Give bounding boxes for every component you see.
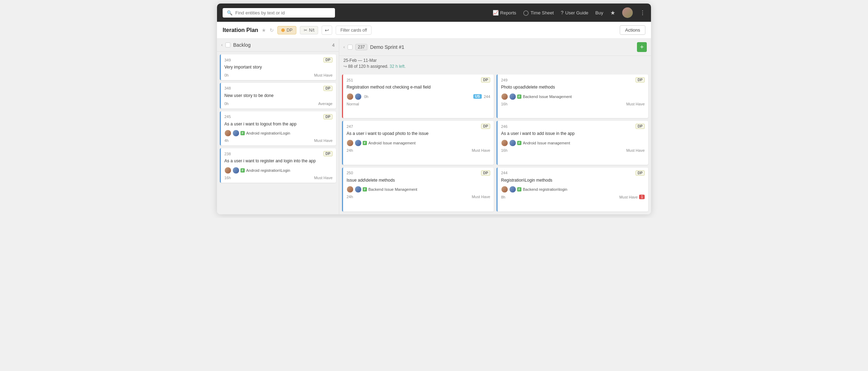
filter-nt-button[interactable]: ✂ N/t	[300, 26, 318, 34]
card-title: Issue add\delete methods	[347, 177, 490, 183]
card-249[interactable]: 249 DP Photo upoad\delete methods F Back…	[497, 74, 648, 118]
card-title: Photo upoad\delete methods	[501, 84, 645, 90]
card-hours: 8h	[501, 195, 505, 199]
star-icon[interactable]: ★	[262, 27, 266, 33]
card-id: 245	[224, 115, 231, 119]
backlog-cards: 349 DP Very important story 0h Must Have…	[217, 52, 339, 214]
card-id: 250	[347, 171, 353, 175]
card-priority: Must Have	[619, 195, 638, 199]
card-badge: DP	[323, 57, 333, 63]
search-icon: 🔍	[227, 10, 232, 15]
mini-avatar	[347, 139, 354, 147]
feature-tag: F Android registration\Login	[241, 131, 290, 135]
nav-reports[interactable]: 📈 Reports	[493, 10, 517, 15]
backlog-header: ‹ Backlog 4	[217, 39, 339, 52]
card-id: 251	[347, 78, 353, 82]
card-hours: 4h	[224, 138, 229, 143]
card-245[interactable]: 245 DP As a user i want to logout from t…	[220, 111, 336, 146]
filter-dp-button[interactable]: DP	[277, 26, 296, 34]
card-349[interactable]: 349 DP Very important story 0h Must Have	[220, 54, 336, 80]
card-badge: DP	[636, 124, 645, 129]
card-id: 238	[224, 152, 231, 156]
card-priority: Must Have	[314, 138, 333, 143]
search-bar[interactable]: 🔍	[223, 8, 335, 18]
feature-dot: F	[241, 168, 245, 173]
nav-userguide[interactable]: ? User Guide	[561, 10, 588, 15]
feature-tag: F Android Issue management	[363, 141, 416, 145]
card-priority: Must Have	[314, 73, 333, 77]
mini-avatar	[355, 139, 362, 147]
card-priority: Average	[318, 102, 333, 106]
add-sprint-button[interactable]: +	[637, 42, 647, 52]
main-content: ‹ Backlog 4 349 DP Very important story …	[217, 39, 651, 214]
card-badge: DP	[636, 77, 645, 83]
card-246[interactable]: 246 DP As a user i want to add issue in …	[497, 121, 648, 164]
backlog-checkbox[interactable]	[225, 43, 230, 47]
feature-tag: F Backend registration\login	[517, 187, 567, 191]
mini-avatar	[501, 186, 508, 193]
card-id: 349	[224, 58, 231, 62]
avatar-image	[622, 7, 633, 18]
card-badge: DP	[323, 86, 333, 91]
card-avatars: F Backend registration\login	[501, 186, 645, 193]
sprint-dates: 25-Feb — 11-Mar	[343, 58, 647, 63]
card-title: As a user i want to register and login i…	[224, 158, 333, 164]
refresh-icon[interactable]: ↻	[270, 27, 274, 33]
mini-avatar	[355, 186, 362, 193]
card-244[interactable]: 244 DP Registration\Login methods F Back…	[497, 168, 648, 211]
card-badge: DP	[636, 170, 645, 176]
card-hours: 24h	[347, 148, 353, 152]
sprint-column: ‹ 237 Demo Sprint #1 + 25-Feb — 11-Mar ↪…	[339, 39, 651, 214]
feature-label: Android registration\Login	[246, 131, 290, 135]
card-251[interactable]: 251 DP Registration method not checking …	[342, 74, 494, 118]
feature-dot: F	[363, 141, 367, 145]
sprint-info: 25-Feb — 11-Mar ↪ 88 of 120 h assigned. …	[339, 56, 651, 72]
card-238[interactable]: 238 DP As a user i want to register and …	[220, 148, 336, 183]
card-title: As a user i want to add issue in the app	[501, 131, 645, 137]
undo-button[interactable]: ↩	[322, 26, 332, 35]
sprint-collapse-arrow[interactable]: ‹	[343, 45, 345, 50]
card-title: As a user i want to logout from the app	[224, 121, 333, 127]
backlog-collapse-arrow[interactable]: ‹	[221, 43, 223, 47]
card-avatars: F Android Issue management	[347, 139, 490, 147]
avatar[interactable]	[622, 7, 633, 18]
filter-cards-button[interactable]: Filter cards off	[336, 26, 371, 35]
mini-avatar	[232, 167, 239, 174]
sprint-checkbox[interactable]	[348, 45, 353, 50]
card-250[interactable]: 250 DP Issue add\delete methods F Backen…	[342, 168, 494, 211]
feature-tag: F Backend Issue Management	[517, 95, 572, 99]
card-priority: Must Have	[626, 102, 645, 106]
feature-label: Backend Issue Management	[368, 187, 417, 191]
card-badge: DP	[481, 124, 490, 129]
card-avatars: F Backend Issue Management	[347, 186, 490, 193]
nav-buy[interactable]: Buy	[596, 10, 603, 15]
mini-avatar	[501, 93, 508, 100]
card-badge: DP	[323, 114, 333, 119]
sprint-left: 32 h left.	[389, 64, 406, 69]
card-247[interactable]: 247 DP As a user i want to upoad photo t…	[342, 121, 494, 164]
mini-avatar	[501, 139, 508, 147]
nav-star[interactable]: ★	[610, 9, 615, 16]
card-title: Registration method not checking e-mail …	[347, 84, 490, 90]
backlog-column: ‹ Backlog 4 349 DP Very important story …	[217, 39, 339, 214]
nav-settings[interactable]: ⋮	[640, 9, 645, 16]
card-badge: DP	[481, 77, 490, 83]
card-priority: Must Have	[626, 148, 645, 152]
card-priority: Normal	[347, 102, 359, 106]
actions-button[interactable]: Actions	[620, 25, 645, 35]
feature-label: Backend registration\login	[523, 187, 567, 191]
feature-dot: F	[517, 95, 521, 99]
feature-label: Android registration\Login	[246, 168, 290, 173]
toolbar: Iteration Plan ★ ↻ DP ✂ N/t ↩ Filter car…	[217, 22, 651, 39]
sprint-assigned: 88 of 120 h assigned.	[348, 64, 388, 69]
card-id: 348	[224, 86, 231, 90]
mini-avatar	[509, 139, 516, 147]
feature-dot: F	[363, 187, 367, 191]
nav-timesheet[interactable]: ◯ Time Sheet	[523, 10, 554, 15]
search-input[interactable]	[235, 10, 331, 15]
mini-avatar	[232, 130, 239, 137]
card-348[interactable]: 348 DP New user story to be done 0h Aver…	[220, 83, 336, 109]
card-id: 244	[501, 171, 507, 175]
card-hours: 0h	[224, 102, 229, 106]
top-nav: 🔍 📈 Reports ◯ Time Sheet ? User Guide Bu…	[217, 4, 651, 22]
